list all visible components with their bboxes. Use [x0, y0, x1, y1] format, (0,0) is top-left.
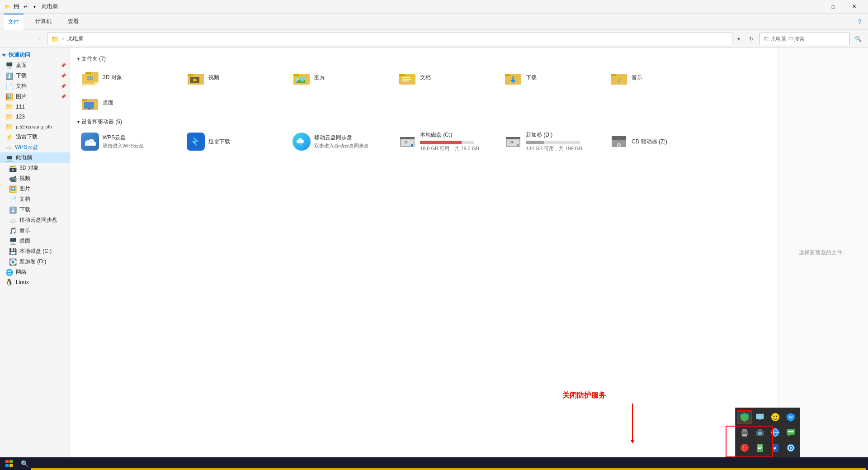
- tray-icon-shield[interactable]: [737, 410, 752, 424]
- sidebar-item-video[interactable]: 📹 视频: [0, 173, 70, 184]
- tray-icon-circle-blue[interactable]: [783, 441, 798, 455]
- sidebar-item-music[interactable]: 🎵 音乐: [0, 225, 70, 236]
- taskbar-progress-bar: [31, 468, 866, 470]
- search-box[interactable]: [760, 33, 850, 45]
- address-input[interactable]: 📁 › 此电脑: [47, 33, 732, 45]
- svg-rect-32: [85, 144, 95, 146]
- sidebar-item-doc[interactable]: 📄 文档: [0, 194, 70, 204]
- device-cd-z[interactable]: CD 驱动器 (Z:): [606, 128, 710, 155]
- sidebar-item-desktop[interactable]: 🖥️ 桌面 📌: [0, 60, 70, 71]
- cd-device-icon: [610, 133, 628, 151]
- tray-icon-red[interactable]: !: [737, 441, 752, 455]
- folder-item-pictures[interactable]: 图片: [289, 66, 393, 89]
- quick-access-save[interactable]: 💾: [13, 3, 20, 10]
- new-vol-d-icon: 💽: [9, 258, 17, 266]
- d-drive-fill: [526, 141, 544, 144]
- svg-rect-38: [411, 144, 413, 146]
- svg-point-81: [790, 447, 792, 449]
- window-title: 此电脑: [42, 3, 58, 10]
- forward-button[interactable]: →: [18, 33, 31, 45]
- pictures-icon: 🖼️: [5, 93, 13, 100]
- sidebar-item-this-pc[interactable]: 💻 此电脑: [0, 152, 70, 163]
- sidebar-item-network[interactable]: 🌐 网络: [0, 267, 70, 277]
- folder-123-icon: 📁: [5, 113, 13, 120]
- tray-icon-camera[interactable]: [753, 425, 767, 440]
- folder-item-desktop[interactable]: 桌面: [77, 91, 181, 114]
- tray-icon-chat[interactable]: [783, 425, 798, 440]
- sidebar-item-desk[interactable]: 🖥️ 桌面: [0, 236, 70, 246]
- local-c-icon: 💾: [9, 248, 17, 255]
- svg-text:!: !: [742, 446, 744, 451]
- search-taskbar-button[interactable]: 🔍: [18, 457, 31, 470]
- tray-icon-green-doc[interactable]: [753, 441, 767, 455]
- svg-point-52: [771, 413, 779, 421]
- tray-icon-printer[interactable]: [737, 425, 752, 440]
- help-button[interactable]: ?: [855, 17, 864, 26]
- tab-computer[interactable]: 计算机: [31, 14, 56, 30]
- quick-access-undo[interactable]: ↩: [22, 3, 29, 10]
- desktop-icon: 🖥️: [5, 62, 13, 69]
- maximize-button[interactable]: □: [823, 0, 844, 14]
- start-button[interactable]: [0, 457, 18, 470]
- folder-item-video[interactable]: 视频: [183, 66, 287, 89]
- quick-access-star-icon: ★: [2, 52, 6, 57]
- systray-popup: W ! P: [735, 408, 800, 457]
- main-layout: ★ 快速访问 🖥️ 桌面 📌 ⬇️ 下载 📌 📄 文档 📌 🖼️ 图片 📌 📁 …: [0, 48, 868, 457]
- svg-rect-17: [402, 81, 409, 81]
- refresh-button[interactable]: ↻: [745, 33, 758, 45]
- tray-icon-smiley[interactable]: [768, 410, 783, 424]
- address-dropdown-button[interactable]: ▾: [734, 33, 743, 45]
- sidebar-item-111[interactable]: 📁 111: [0, 102, 70, 112]
- tray-icon-blue-doc[interactable]: P: [768, 441, 783, 455]
- title-bar-icons: 📁 💾 ↩ ▾: [4, 3, 38, 10]
- quick-access-more[interactable]: ▾: [31, 3, 38, 10]
- sidebar-item-dl[interactable]: ⬇️ 下载: [0, 204, 70, 215]
- tab-file[interactable]: 文件: [4, 14, 24, 30]
- sidebar-item-pictures[interactable]: 🖼️ 图片 📌: [0, 91, 70, 102]
- folder-item-downloads[interactable]: 下载: [500, 66, 604, 89]
- svg-text:P: P: [774, 446, 776, 451]
- close-button[interactable]: ✕: [844, 0, 864, 14]
- device-xunlei[interactable]: 迅雷下载: [183, 128, 287, 155]
- minimize-button[interactable]: ─: [802, 0, 823, 14]
- sidebar-item-linux[interactable]: 🐧 Linux: [0, 277, 70, 287]
- back-button[interactable]: ←: [4, 33, 16, 45]
- sidebar-item-p52mp[interactable]: 📁 p.52mp.wang_oth: [0, 122, 70, 132]
- device-new-vol-d[interactable]: D: 新加卷 (D:) 134 GB 可用，共 199 GB: [500, 128, 604, 155]
- sidebar-item-local-c[interactable]: 💾 本地磁盘 (C:): [0, 246, 70, 256]
- device-wps-cloud[interactable]: WPS云盘 双击进入WPS云盘: [77, 128, 181, 155]
- tray-icon-shield2[interactable]: W: [783, 410, 798, 424]
- doc-icon: 📄: [9, 196, 17, 203]
- sidebar-item-documents[interactable]: 📄 文档 📌: [0, 81, 70, 91]
- sidebar-item-123[interactable]: 📁 123: [0, 112, 70, 122]
- sidebar-item-cloudsync[interactable]: ☁️ 移动云盘同步盘: [0, 215, 70, 225]
- sidebar-item-downloads[interactable]: ⬇️ 下载 📌: [0, 71, 70, 81]
- tray-icon-monitor[interactable]: [753, 410, 767, 424]
- sidebar-item-3d[interactable]: 🗃️ 3D 对象: [0, 163, 70, 173]
- folder-item-documents[interactable]: 文档: [395, 66, 499, 89]
- svg-rect-2: [85, 72, 91, 74]
- up-button[interactable]: ↑: [33, 33, 45, 45]
- folder-item-music[interactable]: ♪ 音乐: [606, 66, 710, 89]
- wps-cloud-disk-icon: ☁️: [5, 144, 12, 151]
- linux-label: Linux: [16, 279, 29, 285]
- sidebar-item-new-vol-d[interactable]: 💽 新加卷 (D:): [0, 256, 70, 267]
- sidebar-item-xunlei-quick[interactable]: ⚡ 迅雷下载: [0, 132, 70, 142]
- svg-rect-51: [759, 419, 761, 420]
- svg-rect-28: [88, 108, 90, 109]
- device-mobile-cloud[interactable]: 云 移动云盘同步盘 双击进入移动云盘同步盘: [289, 128, 393, 155]
- tray-icon-globe[interactable]: [768, 425, 783, 440]
- svg-marker-70: [788, 435, 791, 437]
- search-button[interactable]: 🔍: [852, 33, 864, 45]
- svg-point-48: [618, 144, 620, 146]
- address-folder-icon: 📁: [51, 35, 59, 43]
- wps-cloud-header[interactable]: ☁️ WPS云盘: [0, 142, 70, 152]
- tab-view[interactable]: 查看: [63, 14, 83, 30]
- address-text: 此电脑: [67, 35, 84, 43]
- sidebar-item-pic[interactable]: 🖼️ 图片: [0, 184, 70, 194]
- devices-section-header: ▾ 设备和驱动器 (6): [77, 118, 770, 126]
- search-input[interactable]: [764, 36, 846, 42]
- folder-item-3d[interactable]: 3D 3D 对象: [77, 66, 181, 89]
- devices-section-label: 设备和驱动器 (6): [81, 118, 122, 126]
- device-local-c[interactable]: C: 本地磁盘 (C:) 18.0 GB 可用，共 79.3 GB: [395, 128, 499, 155]
